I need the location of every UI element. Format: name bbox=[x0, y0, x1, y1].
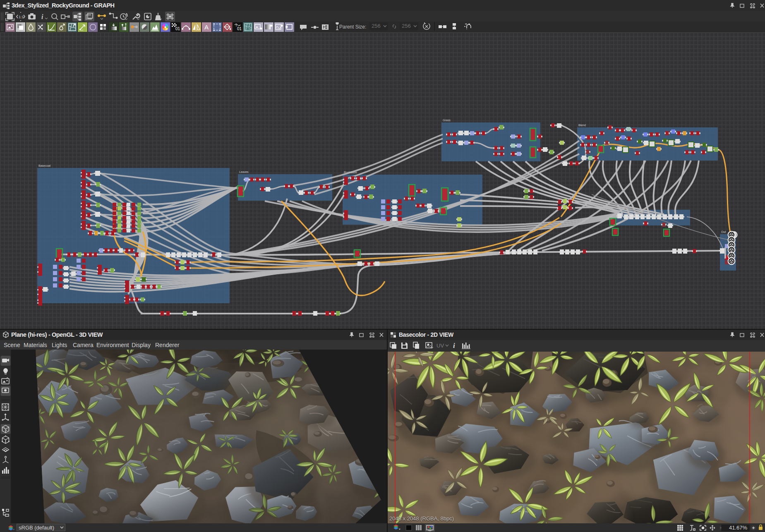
svg-text:Blend: Blend bbox=[578, 124, 586, 127]
svg-text:1:1: 1:1 bbox=[19, 15, 24, 19]
svg-text:01: 01 bbox=[237, 26, 242, 31]
svg-text:Out: Out bbox=[721, 230, 726, 233]
svg-text:Leaves: Leaves bbox=[239, 170, 249, 173]
svg-text:41.67%: 41.67% bbox=[729, 525, 748, 531]
svg-text:UV: UV bbox=[436, 343, 444, 349]
svg-text:i: i bbox=[453, 342, 455, 350]
svg-text:01: 01 bbox=[175, 26, 180, 31]
svg-text:Basecoat: Basecoat bbox=[38, 164, 50, 167]
svg-text:Grass: Grass bbox=[443, 119, 451, 122]
svg-text:i: i bbox=[41, 13, 43, 20]
svg-text:A: A bbox=[204, 24, 209, 31]
